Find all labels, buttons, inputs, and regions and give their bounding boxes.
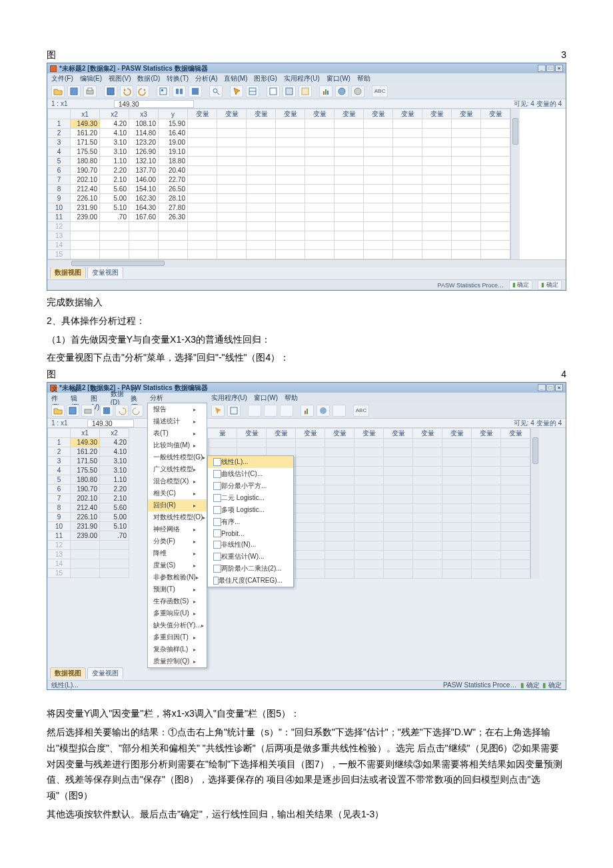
maximize-button[interactable]: □ [546,65,554,72]
run-icon[interactable] [332,405,346,417]
menu-item[interactable]: 数据(D) [111,389,124,406]
value-labels-icon[interactable] [283,85,296,97]
minimize-button[interactable]: _ [538,65,546,72]
recall-icon[interactable] [104,85,117,97]
tab-data-view[interactable]: 数据视图 [50,267,86,278]
submenu-item-5[interactable]: 有序... [208,516,293,528]
menu-item-0[interactable]: 报告▸ [148,403,207,415]
menu-item[interactable]: 图形(G) [254,74,277,83]
menu-item-21[interactable]: 质量控制(Q)▸ [148,655,207,667]
split-icon[interactable] [246,85,259,97]
goto-icon[interactable] [157,85,170,97]
menu-analysis[interactable]: 分析 [150,393,163,403]
select-icon[interactable] [211,405,225,417]
menu-item[interactable]: 数据(D) [137,74,160,83]
submenu-item-7[interactable]: 非线性(N)... [208,539,293,551]
menu-item[interactable]: 直销(M) [224,74,247,83]
menu-item-5[interactable]: 广义线性模型▸ [148,463,207,475]
menu-item-6[interactable]: 混合模型(X)▸ [148,475,207,487]
maximize-button[interactable]: □ [546,384,554,391]
chart-icon[interactable] [301,405,314,417]
menu-item[interactable]: 实用程序(U) [284,74,320,83]
menu-item[interactable]: 实用程序(U) [211,393,247,403]
menu-item-1[interactable]: 描述统计▸ [148,415,207,427]
menu-item-19[interactable]: 多重归因(T)▸ [148,631,207,643]
submenu-item-6[interactable]: Probit... [208,528,293,539]
cell-value[interactable]: 149.30 [114,100,194,108]
menu-item-8[interactable]: 回归(R)▸ [148,499,207,511]
grid-left[interactable]: x1x21149.304.202161.204.103171.503.10417… [47,428,129,578]
recall-icon[interactable] [100,405,113,417]
menu-item-9[interactable]: 对数线性模型(O)▸ [148,511,207,523]
globe-icon[interactable] [335,85,348,97]
regression-submenu[interactable]: 线性(L)...曲线估计(C)...部分最小平方...二元 Logistic..… [207,455,294,587]
select-icon[interactable] [230,85,243,97]
close-button[interactable]: × [555,65,563,72]
globe-icon[interactable] [316,405,330,417]
undo-icon[interactable] [115,405,129,417]
menu-item[interactable]: 窗口(W) [326,74,350,83]
menu-item[interactable]: 分析(A) [195,74,217,83]
chart-icon[interactable] [319,85,332,97]
menu-item-3[interactable]: 比较均值(M)▸ [148,439,207,451]
save-icon[interactable] [67,85,81,97]
submenu-item-10[interactable]: 最佳尺度(CATREG)... [208,575,293,587]
open-icon[interactable] [51,85,65,97]
menu-item-18[interactable]: 缺失值分析(Y)...▸ [148,619,207,631]
menu-item-15[interactable]: 预测(T)▸ [148,583,207,595]
menu-item[interactable]: 文件(F) [51,74,73,83]
menu-item-20[interactable]: 复杂抽样(L)▸ [148,643,207,655]
undo-icon[interactable] [120,85,133,97]
print-icon[interactable] [83,85,97,97]
menu-item[interactable]: 转换(T) [167,74,189,83]
submenu-item-2[interactable]: 部分最小平方... [208,480,293,492]
usecase-icon[interactable] [280,405,293,417]
menu-item[interactable]: 编辑(E) [80,74,102,83]
find-icon[interactable] [209,85,223,97]
usecase-icon[interactable] [299,85,312,97]
close-button[interactable]: × [555,384,563,391]
analysis-dropdown[interactable]: 报告▸描述统计▸表(T)▸比较均值(M)▸一般线性模型(G)▸广义线性模型▸混合… [147,403,207,668]
menu-item[interactable]: 视图(V) [109,74,131,83]
save-icon[interactable] [67,405,80,417]
menu-item-11[interactable]: 分类(F)▸ [148,535,207,547]
minimize-button[interactable]: _ [538,384,546,391]
split-icon[interactable] [227,405,241,417]
weight-icon[interactable] [248,405,261,417]
submenu-item-4[interactable]: 多项 Logistic... [208,504,293,516]
tab-variable-view[interactable]: 变量视图 [87,267,123,278]
submenu-item-3[interactable]: 二元 Logistic... [208,492,293,504]
menu-item-4[interactable]: 一般线性模型(G)▸ [148,451,207,463]
weight-icon[interactable] [267,85,280,97]
menu-item-17[interactable]: 多重响应(U)▸ [148,607,207,619]
menu-item-14[interactable]: 非参数检验(N)▸ [148,571,207,583]
vscrollbar[interactable] [530,428,540,579]
variables-icon[interactable] [173,85,186,97]
run-icon[interactable] [351,85,364,97]
tab-variable-view[interactable]: 变量视图 [87,667,123,679]
open-icon[interactable] [51,405,65,417]
menu-item-10[interactable]: 神经网络▸ [148,523,207,535]
value-labels-icon[interactable] [264,405,277,417]
submenu-item-1[interactable]: 曲线估计(C)... [208,468,293,480]
menu-item-16[interactable]: 生存函数(S)▸ [148,595,207,607]
hscrollbar[interactable] [47,259,566,267]
menu-item-12[interactable]: 降维▸ [148,547,207,559]
cell-value[interactable]: 149.30 [87,419,134,427]
data-grid[interactable]: x1x2x3y变量变量变量变量变量变量变量变量变量变量变量1149.304.20… [47,109,566,267]
redo-icon[interactable] [136,85,149,97]
menu-item[interactable]: 窗口(W) [254,393,278,403]
vscrollbar[interactable] [510,109,520,259]
submenu-item-9[interactable]: 两阶最小二乘法(2)... [208,563,293,575]
insert-icon[interactable] [189,85,202,97]
menu-item-2[interactable]: 表(T)▸ [148,427,207,439]
menu-item[interactable]: 帮助 [357,74,370,83]
tab-data-view[interactable]: 数据视图 [50,667,86,679]
abc-icon[interactable]: ABC [353,405,369,417]
print-icon[interactable] [81,405,95,417]
submenu-item-8[interactable]: 权重估计(W)... [208,551,293,563]
menu-item-13[interactable]: 度量(S)▸ [148,559,207,571]
redo-icon[interactable] [131,405,144,417]
abc-icon[interactable]: ABC [372,85,388,97]
menu-item[interactable]: 帮助 [285,393,298,403]
